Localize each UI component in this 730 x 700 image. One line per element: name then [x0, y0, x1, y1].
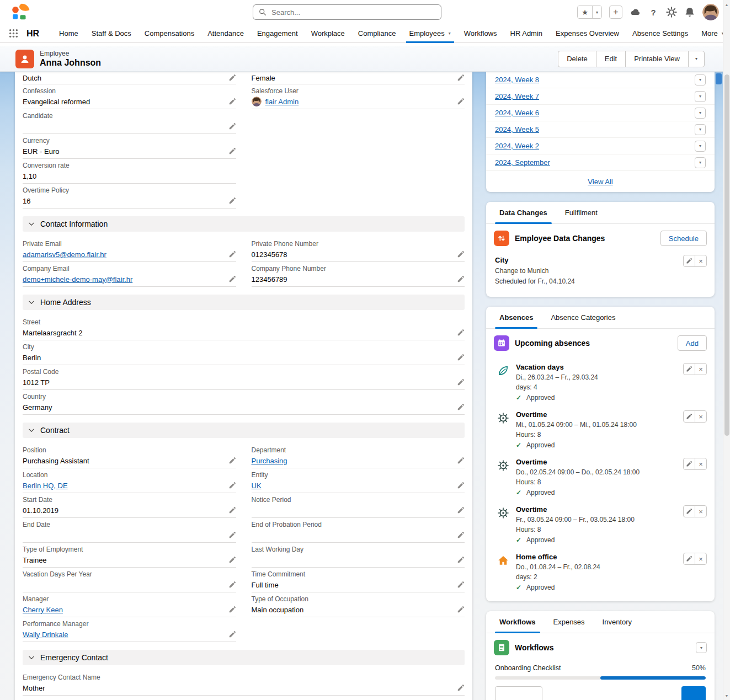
edit-field-icon[interactable] — [228, 275, 236, 283]
edit-field-icon[interactable] — [457, 329, 465, 336]
private-email-link[interactable]: adamarisv5@demo.flair.hr — [23, 250, 106, 259]
row-menu-button[interactable]: ▾ — [695, 91, 706, 102]
delete-absence-button[interactable]: × — [695, 458, 707, 470]
tab-workflows-card[interactable]: Workflows — [494, 611, 541, 633]
tab-employees[interactable]: Employees ▾ — [403, 24, 457, 42]
edit-field-icon[interactable] — [457, 250, 465, 258]
delete-absence-button[interactable]: × — [695, 363, 707, 375]
edit-field-icon[interactable] — [457, 354, 465, 361]
delete-button[interactable]: Delete — [558, 51, 596, 67]
view-all-link[interactable]: View All — [588, 178, 612, 186]
tab-home[interactable]: Home — [52, 24, 85, 42]
edit-absence-button[interactable] — [683, 410, 695, 423]
edit-absence-button[interactable] — [683, 458, 695, 470]
edit-field-icon[interactable] — [228, 98, 236, 105]
tab-expenses-overview[interactable]: Expenses Overview — [549, 24, 626, 42]
row-menu-button[interactable]: ▾ — [695, 157, 706, 168]
manager-link[interactable]: Cherry Keen — [23, 605, 63, 614]
scroll-up-arrow-icon[interactable]: ▲ — [723, 1, 730, 8]
printable-view-button[interactable]: Printable View — [625, 51, 689, 67]
timesheet-link[interactable]: 2024, Week 5 — [495, 125, 695, 133]
edit-absence-button[interactable] — [683, 505, 695, 517]
tab-absence-categories[interactable]: Absence Categories — [545, 307, 621, 328]
timesheet-link[interactable]: 2024, Week 2 — [495, 142, 695, 150]
timesheet-link[interactable]: 2024, Week 8 — [495, 76, 695, 84]
tab-engagement[interactable]: Engagement — [251, 24, 305, 42]
workflow-secondary-button[interactable] — [495, 686, 542, 700]
setup-gear-icon[interactable] — [666, 7, 677, 18]
tab-expenses-card[interactable]: Expenses — [548, 611, 590, 633]
edit-field-icon[interactable] — [228, 74, 236, 82]
edit-field-icon[interactable] — [228, 250, 236, 258]
favorites-star-icon[interactable]: ★ — [578, 6, 592, 18]
help-icon[interactable]: ? — [648, 7, 659, 18]
edit-field-icon[interactable] — [457, 606, 465, 613]
delete-entry-button[interactable]: × — [695, 255, 707, 267]
tab-workplace[interactable]: Workplace — [305, 24, 351, 42]
delete-absence-button[interactable]: × — [695, 553, 707, 565]
inner-scrollbar-thumb[interactable] — [716, 73, 722, 84]
flair-logo[interactable] — [10, 3, 31, 20]
delete-absence-button[interactable]: × — [695, 505, 707, 517]
edit-field-icon[interactable] — [228, 531, 236, 539]
edit-field-icon[interactable] — [228, 122, 236, 130]
edit-entry-button[interactable] — [683, 255, 695, 267]
upload-cloud-icon[interactable] — [630, 7, 641, 18]
add-absence-button[interactable]: Add — [678, 335, 707, 351]
edit-field-icon[interactable] — [228, 581, 236, 589]
edit-field-icon[interactable] — [457, 684, 465, 692]
edit-field-icon[interactable] — [457, 556, 465, 564]
edit-field-icon[interactable] — [457, 581, 465, 589]
workflows-menu-button[interactable]: ▾ — [696, 642, 707, 653]
row-menu-button[interactable]: ▾ — [695, 124, 706, 135]
tab-absences[interactable]: Absences — [494, 307, 539, 328]
quick-create-button[interactable]: + — [609, 6, 622, 19]
search-input[interactable] — [270, 8, 435, 17]
chevron-down-icon[interactable]: ▾ — [449, 31, 451, 36]
edit-field-icon[interactable] — [457, 98, 465, 105]
more-actions-button[interactable]: ▾ — [688, 51, 705, 67]
edit-field-icon[interactable] — [457, 275, 465, 283]
tab-inventory-card[interactable]: Inventory — [597, 611, 637, 633]
workflow-name[interactable]: Onboarding Checklist — [495, 664, 561, 672]
edit-field-icon[interactable] — [228, 147, 236, 155]
section-contract[interactable]: Contract — [23, 423, 465, 438]
tab-fullfilment[interactable]: Fullfilment — [560, 202, 603, 223]
delete-absence-button[interactable]: × — [695, 410, 707, 423]
timesheet-link[interactable]: 2024, September — [495, 158, 695, 167]
tab-absence-settings[interactable]: Absence Settings — [626, 24, 695, 42]
section-emergency-contact[interactable]: Emergency Contact — [23, 650, 465, 665]
edit-field-icon[interactable] — [457, 378, 465, 386]
entity-link[interactable]: UK — [252, 481, 262, 490]
performance-manager-link[interactable]: Wally Drinkale — [23, 630, 68, 639]
tab-compliance[interactable]: Compliance — [351, 24, 403, 42]
tab-compensations[interactable]: Compensations — [138, 24, 201, 42]
row-menu-button[interactable]: ▾ — [695, 141, 706, 152]
edit-absence-button[interactable] — [683, 363, 695, 375]
location-link[interactable]: Berlin HQ, DE — [23, 481, 68, 490]
tab-workflows[interactable]: Workflows — [457, 24, 504, 42]
section-home-address[interactable]: Home Address — [23, 295, 465, 310]
department-link[interactable]: Purchasing — [252, 456, 287, 466]
company-email-link[interactable]: demo+michele-demo-may@flair.hr — [23, 275, 132, 284]
row-menu-button[interactable]: ▾ — [695, 108, 706, 119]
edit-absence-button[interactable] — [683, 553, 695, 565]
edit-field-icon[interactable] — [228, 506, 236, 514]
schedule-button[interactable]: Schedule — [660, 231, 707, 246]
edit-field-icon[interactable] — [228, 630, 236, 638]
edit-field-icon[interactable] — [228, 606, 236, 613]
notifications-bell-icon[interactable] — [684, 7, 695, 18]
salesforce-user-link[interactable]: flair Admin — [265, 97, 299, 106]
edit-field-icon[interactable] — [457, 457, 465, 464]
scrollbar-thumb[interactable] — [724, 74, 729, 436]
timesheet-link[interactable]: 2024, Week 6 — [495, 109, 695, 117]
timesheet-link[interactable]: 2024, Week 7 — [495, 92, 695, 100]
edit-button[interactable]: Edit — [596, 51, 626, 67]
scroll-down-arrow-icon[interactable]: ▼ — [723, 692, 730, 699]
tab-attendance[interactable]: Attendance — [201, 24, 251, 42]
user-avatar[interactable] — [702, 4, 719, 20]
section-contact-information[interactable]: Contact Information — [23, 216, 465, 232]
edit-field-icon[interactable] — [228, 482, 236, 489]
edit-field-icon[interactable] — [457, 531, 465, 539]
workflow-primary-button[interactable] — [681, 686, 706, 700]
